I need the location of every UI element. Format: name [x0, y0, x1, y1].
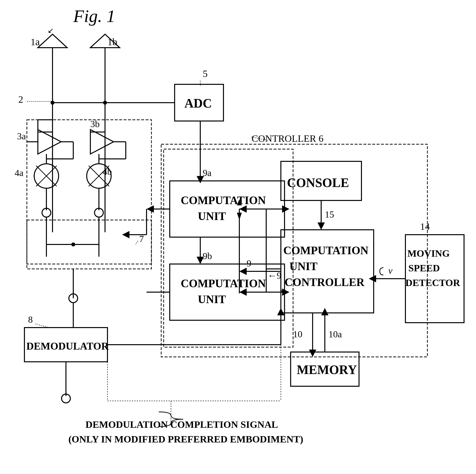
label-5: 5: [203, 68, 208, 79]
label-4b: 4b: [102, 166, 112, 177]
console-label: CONSOLE: [287, 176, 349, 190]
amp-3a: [38, 129, 61, 154]
label-10a: 10a: [328, 329, 342, 339]
svg-marker-35: [309, 349, 316, 357]
controller-label: CONTROLLER 6: [252, 133, 323, 144]
svg-text:1a: 1a: [31, 36, 40, 47]
svg-marker-26: [237, 213, 242, 220]
amp-3b: [90, 129, 114, 154]
label-2: 2: [18, 94, 23, 105]
msd-label-line2: SPEED: [408, 263, 440, 273]
svg-marker-21: [318, 222, 325, 230]
antenna-1b: 1b: [90, 34, 120, 83]
cu1-label-line2: UNIT: [198, 210, 226, 222]
svg-point-69: [71, 242, 75, 246]
svg-marker-85: [277, 308, 285, 315]
label-9a: 9a: [203, 168, 211, 178]
antenna-1a: 1a ↙: [31, 26, 67, 83]
svg-line-65: [136, 241, 138, 244]
demod-signal-label-line1: DEMODULATION COMPLETION SIGNAL: [85, 419, 278, 430]
cuc-label-line3: CONTROLLER: [285, 276, 365, 289]
label-9-display: ←9: [267, 270, 281, 281]
label-8: 8: [28, 314, 33, 325]
msd-label-line1: MOVING: [407, 248, 450, 259]
svg-marker-0: [38, 34, 67, 48]
label-9: 9: [247, 258, 251, 268]
antenna-array-box: [27, 120, 152, 264]
svg-text:1b: 1b: [107, 36, 117, 47]
cuc-label-line2: UNIT: [289, 260, 318, 273]
label-4a: 4a: [15, 168, 23, 178]
svg-marker-37: [321, 308, 328, 315]
label-3a: 3a: [17, 131, 26, 141]
label-v: v: [388, 265, 392, 276]
svg-line-80: [35, 324, 49, 328]
svg-marker-73: [147, 205, 154, 213]
label-9b: 9b: [203, 251, 212, 261]
diagram: Fig. 1 1a ↙ 1b 2 ADC 5 CONTROLLER 6 COMP…: [0, 0, 476, 474]
label-15: 15: [325, 209, 334, 219]
fig-title: Fig. 1: [73, 6, 115, 26]
msd-label-line3: DETECTOR: [406, 277, 460, 288]
svg-marker-94: [282, 205, 289, 213]
label-10: 10: [293, 329, 302, 339]
svg-text:↙: ↙: [48, 26, 54, 35]
cu2-label-line2: UNIT: [198, 293, 226, 306]
label-3b: 3b: [90, 119, 100, 129]
computation-area-box: [164, 149, 293, 347]
label-7: 7: [139, 234, 144, 244]
svg-marker-40: [369, 275, 376, 282]
demod-signal-label-line2: (ONLY IN MODIFIED PREFERRED EMBODIMENT): [68, 434, 303, 445]
svg-marker-23: [239, 268, 247, 275]
svg-marker-76: [122, 231, 129, 238]
adc-label: ADC: [184, 96, 212, 110]
cu2-label-line1: COMPUTATION: [181, 277, 266, 290]
memory-label: MEMORY: [297, 363, 357, 377]
demodulator-label: DEMODULATOR: [26, 341, 109, 352]
cuc-label-line1: COMPUTATION: [283, 244, 368, 257]
cu1-label-line1: COMPUTATION: [181, 194, 266, 207]
svg-marker-95: [282, 289, 289, 296]
label-14: 14: [420, 221, 430, 232]
